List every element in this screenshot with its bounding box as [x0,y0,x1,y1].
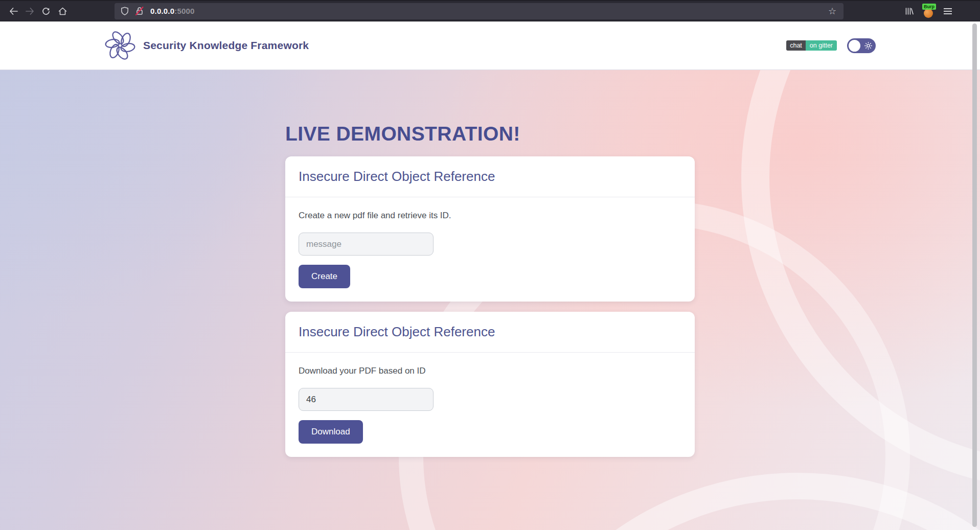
browser-toolbar: 0.0.0.0:5000 ☆ Burp [0,0,980,21]
url-port: :5000 [174,7,194,15]
reload-icon [42,7,50,15]
card-title: Insecure Direct Object Reference [299,324,681,340]
url-bar[interactable]: 0.0.0.0:5000 ☆ [115,3,844,19]
library-icon [905,7,914,15]
url-text: 0.0.0.0:5000 [150,7,195,15]
reload-button[interactable] [38,4,54,19]
menu-button[interactable] [940,4,956,19]
lock-slash-icon [135,7,144,15]
pdf-id-input[interactable] [299,388,434,411]
toolbar-right-cluster: Burp [901,3,956,19]
home-icon [58,7,67,15]
forward-arrow-icon [26,8,34,15]
insecure-connection-button[interactable] [135,7,144,15]
skf-flower-logo-icon [104,28,136,63]
toggle-knob [849,40,860,52]
star-icon: ☆ [828,6,836,16]
sun-icon [864,42,872,50]
create-button[interactable]: Create [299,265,350,288]
tracking-protection-button[interactable] [121,7,129,15]
message-input[interactable] [299,233,434,256]
shield-icon [121,7,129,15]
card-body: Download your PDF based on ID Download [285,353,695,457]
header-right: chat on gitter [786,38,876,53]
theme-toggle[interactable] [847,38,876,53]
gitter-chat-label: chat [786,40,806,51]
gitter-chat-badge[interactable]: chat on gitter [786,40,837,51]
back-arrow-icon [9,8,18,15]
hamburger-icon [944,8,952,9]
home-button[interactable] [54,4,71,19]
idor-create-card: Insecure Direct Object Reference Create … [285,156,695,302]
card-header: Insecure Direct Object Reference [285,312,695,353]
bookmark-star-button[interactable]: ☆ [825,5,839,18]
burp-extension-icon [924,9,933,18]
site-header: Security Knowledge Framework chat on git… [0,21,980,70]
idor-download-card: Insecure Direct Object Reference Downloa… [285,312,695,457]
url-host: 0.0.0.0 [150,7,174,15]
page-title: LIVE DEMONSTRATION! [285,123,695,145]
gitter-target-label: on gitter [806,40,837,51]
card-title: Insecure Direct Object Reference [299,169,681,185]
card-description: Create a new pdf file and retrieve its I… [299,211,681,221]
content-container: LIVE DEMONSTRATION! Insecure Direct Obje… [285,70,695,457]
scrollbar-thumb[interactable] [972,24,977,527]
burp-extension-button[interactable]: Burp [920,3,937,19]
brand-title: Security Knowledge Framework [143,39,309,52]
back-button[interactable] [5,4,21,19]
page-background: LIVE DEMONSTRATION! Insecure Direct Obje… [0,70,980,530]
forward-button[interactable] [21,4,38,19]
card-header: Insecure Direct Object Reference [285,156,695,197]
card-body: Create a new pdf file and retrieve its I… [285,197,695,302]
burp-extension-badge: Burp [922,4,936,10]
library-button[interactable] [901,4,917,19]
brand-link[interactable]: Security Knowledge Framework [104,28,309,63]
card-description: Download your PDF based on ID [299,366,681,376]
download-button[interactable]: Download [299,420,363,444]
